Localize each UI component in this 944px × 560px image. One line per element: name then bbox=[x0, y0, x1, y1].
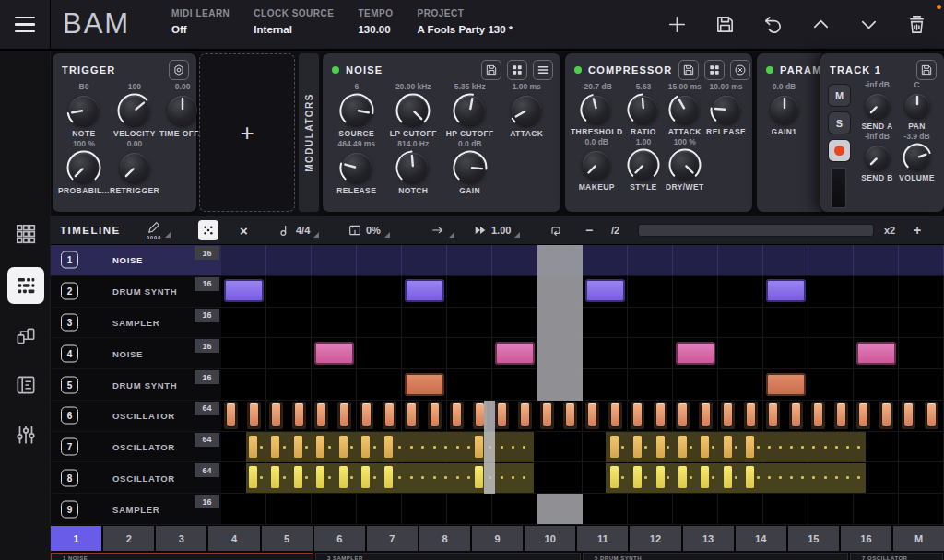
knob-attack[interactable]: 15.00 msATTACK bbox=[664, 82, 705, 136]
knob-ratio[interactable]: 5.63RATIO bbox=[623, 82, 665, 136]
section-tab-4[interactable]: 4 bbox=[208, 526, 259, 551]
step-bar[interactable] bbox=[701, 436, 709, 458]
step-bar[interactable] bbox=[611, 403, 620, 426]
step-bar[interactable] bbox=[814, 403, 822, 426]
pattern-cell[interactable]: 7 OSCILLATOR bbox=[850, 553, 943, 560]
move-up-button[interactable] bbox=[806, 10, 835, 40]
save-button[interactable] bbox=[710, 10, 739, 40]
move-down-button[interactable] bbox=[854, 10, 883, 40]
step-bar[interactable] bbox=[566, 403, 574, 426]
pattern-cell[interactable]: 1 NOISE bbox=[51, 553, 313, 560]
step-bar[interactable] bbox=[521, 403, 529, 426]
track-row-header-2[interactable]: 2DRUM SYNTH16 bbox=[51, 276, 221, 307]
knob-attack[interactable]: 1.00 msATTACK bbox=[499, 82, 556, 138]
step-bar[interactable] bbox=[656, 466, 665, 488]
clip-block[interactable] bbox=[856, 342, 896, 365]
clip-block[interactable] bbox=[495, 342, 535, 365]
knob-release[interactable]: 10.00 msRELEASE bbox=[705, 82, 747, 136]
track-lane-7[interactable] bbox=[221, 432, 944, 462]
step-bar[interactable] bbox=[339, 466, 348, 488]
clear-button[interactable]: × bbox=[240, 216, 248, 245]
knob-makeup[interactable]: 0.0 dBMAKEUP bbox=[571, 137, 623, 192]
step-bar[interactable] bbox=[250, 403, 258, 426]
main-menu-button[interactable] bbox=[0, 0, 51, 49]
knob-velocity[interactable]: 100VELOCITY bbox=[110, 82, 159, 138]
topbar-field-project[interactable]: PROJECTA Fools Party 130 * bbox=[418, 8, 513, 35]
track-lane-4[interactable] bbox=[221, 338, 944, 368]
step-bar[interactable] bbox=[498, 403, 506, 426]
undo-button[interactable] bbox=[758, 10, 787, 40]
track-lane-5[interactable] bbox=[221, 369, 944, 400]
step-bar[interactable] bbox=[384, 436, 393, 458]
step-bar[interactable] bbox=[747, 403, 755, 426]
section-tab-7[interactable]: 7 bbox=[367, 526, 418, 551]
sidebar-item-sequencer-view[interactable] bbox=[7, 267, 44, 304]
active-led-icon[interactable] bbox=[574, 66, 582, 74]
step-bar[interactable] bbox=[227, 403, 235, 426]
loop-divide-label[interactable]: /2 bbox=[611, 216, 620, 245]
step-bar[interactable] bbox=[316, 436, 324, 458]
step-bar[interactable] bbox=[249, 436, 257, 458]
step-bar[interactable] bbox=[295, 403, 303, 426]
step-bar[interactable] bbox=[271, 466, 279, 488]
step-bar[interactable] bbox=[678, 466, 687, 488]
clip-block[interactable] bbox=[405, 279, 444, 302]
delete-audio-button[interactable] bbox=[902, 10, 931, 40]
step-bar[interactable] bbox=[769, 403, 777, 426]
step-bar[interactable] bbox=[271, 436, 279, 458]
step-bar[interactable] bbox=[656, 403, 665, 426]
sidebar-item-song-view[interactable] bbox=[7, 367, 44, 403]
section-tab-13[interactable]: 13 bbox=[683, 526, 734, 551]
knob-gain1[interactable]: 0.0 dBGAIN1 bbox=[762, 82, 806, 136]
track-row-header-6[interactable]: 6OSCILLATOR64 bbox=[51, 401, 221, 431]
knob-hp-cutoff[interactable]: 5.35 kHzHP CUTOFF bbox=[442, 82, 499, 138]
section-tab-12[interactable]: 12 bbox=[630, 526, 680, 551]
knob-note[interactable]: B0NOTE bbox=[58, 82, 110, 138]
track-lane-1[interactable] bbox=[221, 245, 944, 275]
step-bar[interactable] bbox=[316, 466, 324, 488]
step-bar[interactable] bbox=[272, 403, 280, 426]
track-lane-3[interactable] bbox=[221, 308, 944, 338]
step-bar[interactable] bbox=[453, 403, 461, 426]
step-bar[interactable] bbox=[724, 466, 732, 488]
section-tab-15[interactable]: 15 bbox=[788, 526, 839, 551]
step-bar[interactable] bbox=[475, 436, 483, 458]
play-direction-button[interactable] bbox=[431, 216, 454, 245]
new-button[interactable] bbox=[662, 10, 691, 40]
close-icon-button[interactable] bbox=[730, 60, 750, 80]
step-bar[interactable] bbox=[633, 436, 642, 458]
floppy-icon-button[interactable] bbox=[678, 60, 699, 80]
step-bar[interactable] bbox=[294, 466, 302, 488]
step-bar[interactable] bbox=[361, 436, 370, 458]
speed-button[interactable]: 1.00 bbox=[473, 216, 520, 245]
active-led-icon[interactable] bbox=[332, 66, 339, 74]
sidebar-item-modular-view[interactable] bbox=[7, 318, 44, 355]
clip-block[interactable] bbox=[676, 342, 715, 365]
knob-send-a[interactable]: -inf dBSEND A bbox=[857, 80, 897, 131]
clip-block[interactable] bbox=[766, 373, 806, 396]
topbar-field-clock-source[interactable]: CLOCK SOURCEInternal bbox=[254, 8, 334, 35]
floppy-icon-button[interactable] bbox=[481, 60, 502, 80]
step-bar[interactable] bbox=[678, 403, 687, 426]
section-tab-14[interactable]: 14 bbox=[736, 526, 786, 551]
clip-block[interactable] bbox=[405, 373, 444, 396]
track-row-header-9[interactable]: 9SAMPLER16 bbox=[51, 494, 221, 524]
knob-retrigger[interactable]: 0.00RETRIGGER bbox=[110, 139, 159, 195]
swing-button[interactable]: 0% bbox=[348, 216, 390, 245]
knob-pan[interactable]: CPAN bbox=[897, 80, 937, 131]
step-bar[interactable] bbox=[317, 403, 325, 426]
knob-lp-cutoff[interactable]: 20.00 kHzLP CUTOFF bbox=[385, 82, 442, 138]
step-bar[interactable] bbox=[543, 403, 551, 426]
knob-source[interactable]: 6SOURCE bbox=[328, 82, 385, 138]
clip-block[interactable] bbox=[314, 342, 354, 365]
modulators-tab[interactable]: MODULATORS bbox=[299, 53, 319, 212]
track-row-header-5[interactable]: 5DRUM SYNTH16 bbox=[51, 369, 221, 400]
step-bar[interactable] bbox=[294, 436, 302, 458]
step-bar[interactable] bbox=[859, 403, 867, 426]
step-bar[interactable] bbox=[927, 403, 936, 426]
step-bar[interactable] bbox=[610, 466, 619, 488]
step-bar[interactable] bbox=[678, 436, 687, 458]
section-tab-11[interactable]: 11 bbox=[577, 526, 628, 551]
track-row-header-4[interactable]: 4NOISE16 bbox=[51, 338, 221, 368]
step-bar[interactable] bbox=[588, 403, 596, 426]
